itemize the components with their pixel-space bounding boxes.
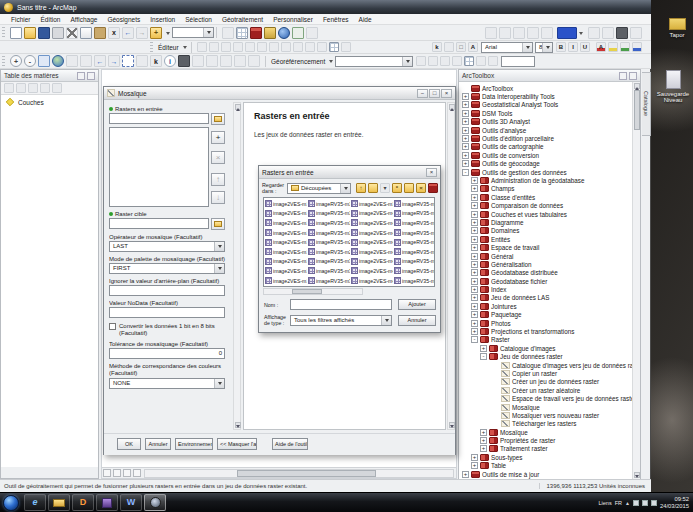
georeferencing-layer-combo[interactable] <box>335 56 413 67</box>
toolbar-grip[interactable] <box>2 56 5 67</box>
word-icon[interactable]: W <box>120 494 142 511</box>
toolbox-tree-item[interactable]: + Entités <box>460 235 640 243</box>
add-raster-button[interactable]: + <box>211 131 225 144</box>
save-icon[interactable] <box>38 27 50 39</box>
hyperlink-icon[interactable] <box>220 55 232 67</box>
file-name-input[interactable] <box>290 299 392 310</box>
select-features-icon[interactable] <box>122 55 134 67</box>
attributes-icon[interactable] <box>329 42 339 52</box>
editor-toolbar-icon[interactable] <box>222 27 234 39</box>
file-item[interactable]: image2VES-m45.TIF <box>351 266 393 276</box>
list-by-visibility-icon[interactable] <box>28 83 38 93</box>
go-to-xy-icon[interactable] <box>192 55 204 67</box>
font-size-combo[interactable]: 8 <box>535 42 553 53</box>
edit-annotation-icon[interactable] <box>209 42 219 52</box>
tree-expander[interactable]: + <box>471 211 478 218</box>
close-icon[interactable] <box>87 72 95 80</box>
file-item[interactable]: imageRV35-m6.TIF <box>394 237 435 247</box>
file-item[interactable]: imageRV35-m15.TIF <box>308 218 350 228</box>
scroll-down-arrow[interactable] <box>634 472 640 478</box>
convert-1bit-checkbox[interactable] <box>109 323 116 330</box>
nodata-value-field[interactable] <box>109 307 225 318</box>
parameters-scrollbar[interactable] <box>233 102 241 430</box>
toolbox-tree-item[interactable]: Mosaïquer vers nouveau raster <box>460 411 640 419</box>
tree-expander[interactable]: + <box>471 202 478 209</box>
tree-expander[interactable]: + <box>462 135 469 142</box>
shape-tool-icon[interactable]: □ <box>456 42 466 52</box>
toolbox-tree-item[interactable]: Créer un raster aléatoire <box>460 386 640 394</box>
toolbox-tree-item[interactable]: + Géodatabase fichier <box>460 277 640 285</box>
toolbox-tree-item[interactable]: + Index <box>460 285 640 293</box>
tree-expander[interactable]: + <box>480 445 487 452</box>
add-data-icon[interactable]: + <box>150 27 162 39</box>
toolbox-tree-item[interactable]: ArcToolbox <box>460 84 640 92</box>
fixed-zoom-out-icon[interactable] <box>80 55 92 67</box>
tree-expander[interactable]: + <box>471 311 478 318</box>
measure-icon[interactable] <box>206 55 218 67</box>
new-folder-icon[interactable]: * <box>392 183 402 193</box>
scrollbar-thumb[interactable] <box>292 289 322 294</box>
browse-button[interactable] <box>211 113 225 125</box>
add-control-points-icon[interactable] <box>428 56 438 66</box>
file-list-scrollbar[interactable] <box>263 288 363 295</box>
tree-expander[interactable]: + <box>471 328 478 335</box>
toolbox-tree-item[interactable]: + Classe d'entités <box>460 193 640 201</box>
zoom-in-icon[interactable]: + <box>10 55 22 67</box>
file-item[interactable]: imageRV35-m20.TIF <box>308 247 350 257</box>
toolbox-tree-item[interactable]: + Data Interoperability Tools <box>460 92 640 100</box>
menu-item[interactable]: Affichage <box>65 14 102 25</box>
tree-expander[interactable]: + <box>480 345 487 352</box>
file-item[interactable]: imageRV35-m9.TIF <box>394 276 435 286</box>
maximize-button[interactable]: □ <box>429 89 440 98</box>
file-item[interactable]: image2VES-m41.TIF <box>351 228 393 238</box>
home-folder-icon[interactable] <box>368 183 378 193</box>
toolbox-tree-item[interactable]: + Diagramme <box>460 218 640 226</box>
edit-vertices-icon[interactable] <box>269 42 279 52</box>
map-horizontal-scrollbar[interactable] <box>144 469 454 478</box>
media-app-icon[interactable]: D <box>72 494 94 511</box>
toolbar-icon[interactable] <box>602 27 614 39</box>
tree-expander[interactable]: + <box>471 261 478 268</box>
toolbox-tree-item[interactable]: + Sous-types <box>460 453 640 461</box>
tray-chevron[interactable]: ▲ <box>625 500 630 506</box>
input-rasters-field[interactable] <box>109 113 209 124</box>
cut-icon[interactable] <box>66 27 78 39</box>
scroll-up-arrow[interactable] <box>634 83 640 89</box>
desktop-icon-tapor[interactable]: Tapor <box>655 18 693 38</box>
add-button[interactable]: Ajouter <box>398 299 436 310</box>
input-rasters-list[interactable] <box>109 127 209 207</box>
file-item[interactable]: image2VES-m13.TIF <box>265 237 307 247</box>
arccatalog-icon[interactable] <box>264 27 276 39</box>
operator-combo[interactable]: LAST <box>109 241 225 252</box>
tree-expander[interactable]: + <box>462 101 469 108</box>
file-item[interactable]: image2VES-m44.TIF <box>351 257 393 267</box>
list-by-selection-icon[interactable] <box>40 83 50 93</box>
file-item[interactable]: image2VES-m36.TIF <box>351 199 393 209</box>
file-item[interactable]: image2VES-m14.TIF <box>265 247 307 257</box>
file-item[interactable]: image2VES-m17.TIF <box>265 276 307 286</box>
refresh-view-icon[interactable] <box>123 469 131 477</box>
endpoint-arc-icon[interactable] <box>233 42 243 52</box>
bold-button[interactable]: B <box>556 42 566 52</box>
tree-expander[interactable]: + <box>462 127 469 134</box>
view-menu-icon[interactable]: ▾ <box>380 183 390 193</box>
file-item[interactable]: image2VES-m46.TIF <box>351 276 393 286</box>
hide-help-button[interactable]: << Masquer l'aide <box>217 438 257 450</box>
tree-expander[interactable]: + <box>462 143 469 150</box>
toc-layers-item[interactable]: Couches <box>4 98 95 106</box>
file-item[interactable]: image2VES-m42.TIF <box>351 237 393 247</box>
file-item[interactable]: image2VES-m15.TIF <box>265 257 307 267</box>
menu-item[interactable]: Aide <box>354 14 377 25</box>
file-item[interactable]: image2VES-m4.TIF <box>351 209 393 219</box>
toolbox-tree-item[interactable]: Catalogue d'images vers jeu de données r… <box>460 361 640 369</box>
python-icon[interactable] <box>306 27 318 39</box>
file-item[interactable]: imageRV35-m30.TIF <box>308 266 350 276</box>
file-item[interactable]: imageRV35-m3.TIF <box>308 257 350 267</box>
tree-expander[interactable]: - <box>480 353 487 360</box>
file-item[interactable]: imageRV35-m16.TIF <box>308 228 350 238</box>
minimize-button[interactable]: − <box>417 89 428 98</box>
toolbox-tree-item[interactable]: Mosaïque <box>460 403 640 411</box>
help-scrollbar[interactable] <box>447 102 455 430</box>
tree-expander[interactable]: + <box>471 236 478 243</box>
layout-view-icon[interactable] <box>113 469 121 477</box>
